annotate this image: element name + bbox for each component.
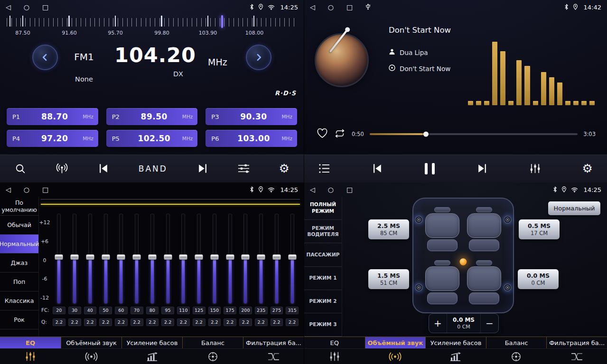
back-icon[interactable]: ◁ [310, 186, 315, 193]
scale-label: 95.70 [108, 30, 123, 36]
eq-band-slider[interactable] [222, 214, 238, 304]
settings-gear-icon[interactable]: ⚙ [279, 163, 289, 174]
delay-front-left[interactable]: 2.5 MS 85 CM [368, 219, 409, 239]
balance-icon[interactable] [182, 349, 243, 364]
increase-delay-button[interactable]: + [429, 314, 447, 333]
preset-p2[interactable]: P2 89.50 MHz [106, 108, 198, 125]
playlist-icon[interactable] [318, 164, 330, 173]
eq-preset-custom[interactable]: Обычай [0, 216, 38, 235]
preset-button[interactable]: Нормальный [548, 201, 600, 215]
favorite-heart-icon[interactable] [317, 128, 328, 140]
mode-passenger[interactable]: ПАССАЖИР [304, 243, 342, 266]
eq-preset-pop[interactable]: Поп [0, 273, 38, 291]
bass-boost-icon[interactable] [425, 349, 486, 364]
eq-band-slider[interactable] [145, 214, 160, 304]
tab-eq[interactable]: EQ [304, 337, 365, 348]
delay-rear-left[interactable]: 1.5 MS 51 CM [368, 269, 409, 289]
mode-2[interactable]: РЕЖИМ 2 [304, 290, 342, 313]
tab-filter[interactable]: Фильтрация ба... [243, 337, 304, 348]
preset-p6[interactable]: P6 103.00 MHz [205, 130, 297, 147]
preset-p1[interactable]: P1 88.70 MHz [7, 108, 98, 125]
crossover-filter-icon[interactable] [546, 349, 607, 364]
eq-band-slider[interactable] [129, 214, 145, 304]
preset-p4[interactable]: P4 97.20 MHz [7, 130, 98, 147]
eq-band-slider[interactable] [207, 214, 223, 304]
surround-sound-icon[interactable] [365, 349, 426, 364]
recents-icon[interactable]: □ [42, 186, 48, 193]
progress-bar[interactable] [370, 133, 578, 135]
tab-surround[interactable]: Объёмный звук [365, 337, 426, 348]
delay-rear-right[interactable]: 0.0 MS 0 CM [518, 269, 559, 289]
decrease-delay-button[interactable]: − [480, 314, 498, 333]
eq-band-slider[interactable] [191, 214, 207, 304]
frequency-scale[interactable]: 87.50 91.60 95.70 99.80 103.90 108.00 [7, 15, 297, 38]
eq-preset-jazz[interactable]: Джаз [0, 254, 38, 273]
audio-settings-icon[interactable] [237, 163, 250, 174]
next-station-icon[interactable] [196, 164, 208, 173]
mode-full[interactable]: ПОЛНЫЙ РЕЖИМ [304, 197, 342, 220]
tab-balance[interactable]: Баланс [486, 337, 547, 348]
crossover-filter-icon[interactable] [243, 349, 304, 364]
eq-sliders-icon[interactable] [0, 349, 61, 364]
home-icon[interactable]: ○ [24, 186, 29, 193]
eq-preset-rock[interactable]: Рок [0, 310, 38, 329]
eq-band-slider[interactable] [253, 214, 269, 304]
eq-band-slider[interactable] [176, 214, 191, 304]
tab-bass-boost[interactable]: Усиление басов [121, 337, 182, 348]
tab-balance[interactable]: Баланс [182, 337, 243, 348]
next-track-icon[interactable] [476, 164, 488, 173]
preset-p3[interactable]: P3 90.30 MHz [205, 108, 297, 125]
eq-sliders-icon[interactable] [304, 349, 365, 364]
back-icon[interactable]: ◁ [6, 4, 11, 10]
mode-driver[interactable]: РЕЖИМ ВОДИТЕЛЯ [304, 220, 342, 243]
eq-band-slider[interactable] [238, 214, 253, 304]
tune-up-button[interactable] [246, 45, 271, 70]
repeat-icon[interactable] [334, 128, 346, 140]
eq-band-slider[interactable] [284, 214, 300, 304]
status-icons: 14:25 [250, 185, 298, 194]
balance-icon[interactable] [486, 349, 547, 364]
eq-band-slider[interactable] [160, 214, 176, 304]
previous-station-icon[interactable] [98, 164, 110, 173]
eq-preset-classic[interactable]: Классика [0, 291, 38, 310]
mode-3[interactable]: РЕЖИМ 3 [304, 313, 342, 337]
home-icon[interactable]: ○ [328, 186, 334, 193]
tab-filter[interactable]: Фильтрация ба... [546, 337, 607, 348]
home-icon[interactable]: ○ [328, 4, 334, 10]
eq-preset-normal[interactable]: Нормальный [0, 235, 38, 254]
preset-id: P1 [12, 113, 27, 120]
previous-track-icon[interactable] [372, 164, 383, 173]
scan-icon[interactable] [14, 163, 26, 174]
back-icon[interactable]: ◁ [310, 4, 315, 10]
pause-icon[interactable] [425, 163, 435, 174]
eq-band-slider[interactable] [67, 214, 83, 304]
recents-icon[interactable]: □ [346, 4, 353, 10]
eq-preset-default[interactable]: По умолчанию [0, 197, 38, 216]
eq-band-slider[interactable] [113, 214, 129, 304]
mode-1[interactable]: РЕЖИМ 1 [304, 267, 342, 290]
home-icon[interactable]: ○ [24, 4, 29, 10]
eq-band-slider[interactable] [51, 214, 67, 304]
bass-boost-icon[interactable] [121, 349, 182, 364]
recents-icon[interactable]: □ [42, 4, 48, 10]
tone-sett ings-icon[interactable] [529, 163, 541, 174]
back-icon[interactable]: ◁ [6, 186, 11, 193]
broadcast-icon[interactable] [55, 163, 69, 174]
surround-sound-icon[interactable] [61, 349, 121, 364]
eq-band-slider[interactable] [269, 214, 285, 304]
tune-down-button[interactable] [32, 45, 58, 70]
eq-band-slider[interactable] [83, 214, 98, 304]
eq-band-slider[interactable] [98, 214, 113, 304]
delay-front-right[interactable]: 0.5 MS 17 CM [519, 219, 560, 239]
tuning-indicator[interactable] [221, 15, 223, 28]
settings-gear-icon[interactable]: ⚙ [582, 163, 593, 174]
tab-bass-boost[interactable]: Усиление басов [425, 337, 486, 348]
clock: 14:25 [280, 4, 298, 11]
tab-surround[interactable]: Объёмный звук [61, 337, 121, 348]
seat-front-right [467, 207, 501, 251]
band-button[interactable]: BAND [139, 164, 168, 173]
seat-front-left [425, 207, 459, 251]
tab-eq[interactable]: EQ [0, 337, 61, 348]
preset-p5[interactable]: P5 102.50 MHz [106, 130, 198, 147]
recents-icon[interactable]: □ [346, 186, 353, 193]
